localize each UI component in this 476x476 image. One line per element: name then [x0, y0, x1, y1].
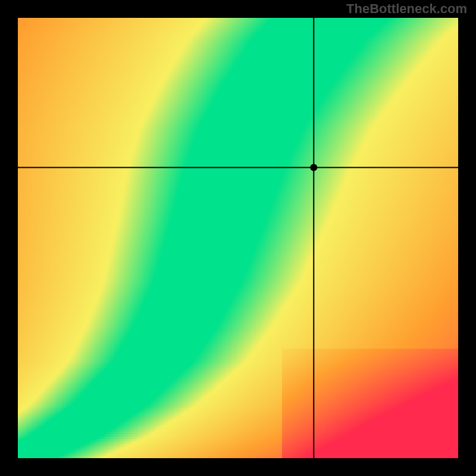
watermark-text: TheBottleneck.com: [346, 1, 467, 17]
chart-container: TheBottleneck.com: [0, 0, 476, 476]
bottleneck-heatmap: [18, 18, 458, 458]
